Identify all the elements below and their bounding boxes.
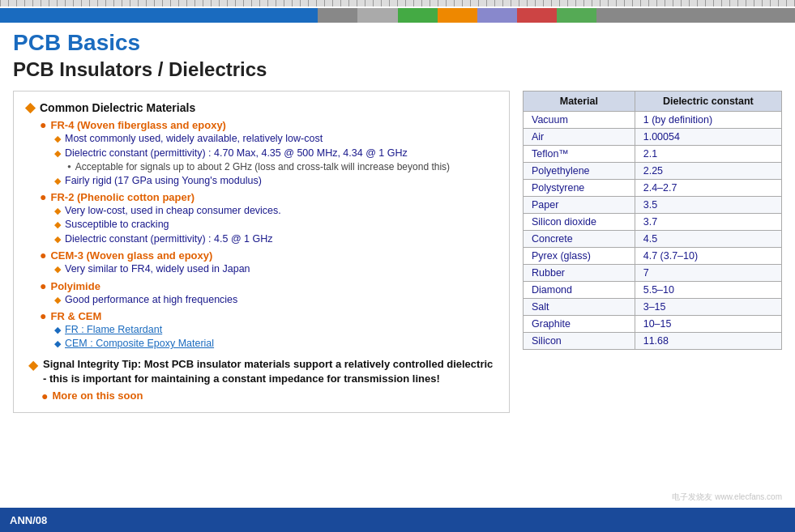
orange-circle-icon-fr2: ● bbox=[40, 191, 46, 202]
table-row: Air1.00054 bbox=[524, 129, 782, 146]
tip-box: ◆ Signal Integrity Tip: Most PCB insulat… bbox=[28, 357, 498, 386]
subsection-cem3-title: CEM-3 (Woven glass and epoxy) bbox=[50, 249, 212, 262]
tip-label: Signal Integrity Tip: bbox=[43, 358, 141, 370]
diamond-icon: ◆ bbox=[54, 233, 61, 245]
table-constant-cell: 2.1 bbox=[635, 146, 781, 163]
bottom-bar: ANN/08 bbox=[0, 508, 795, 532]
polyimide-bullet-1: ◆ Good performance at high frequencies bbox=[54, 294, 498, 306]
diamond-icon: ◆ bbox=[54, 294, 61, 306]
table-material-cell: Polystyrene bbox=[524, 180, 635, 197]
subsection-fr4: ● FR-4 (Woven fiberglass and epoxy) bbox=[40, 119, 498, 131]
subsection-fr2: ● FR-2 (Phenolic cotton paper) bbox=[40, 191, 498, 203]
table-row: Polyethylene2.25 bbox=[524, 163, 782, 180]
table-row: Concrete4.5 bbox=[524, 231, 782, 248]
main-content: ◆ Common Dielectric Materials ● FR-4 (Wo… bbox=[0, 84, 795, 419]
table-constant-cell: 10–15 bbox=[635, 316, 781, 333]
subsection-polyimide: ● Polyimide bbox=[40, 280, 498, 292]
table-material-cell: Teflon™ bbox=[524, 146, 635, 163]
table-row: Salt3–15 bbox=[524, 299, 782, 316]
table-row: Graphite10–15 bbox=[524, 316, 782, 333]
section-title: ◆ Common Dielectric Materials bbox=[25, 101, 498, 114]
dielectric-table: Material Dielectric constant Vacuum1 (by… bbox=[523, 91, 782, 350]
table-material-cell: Graphite bbox=[524, 316, 635, 333]
table-constant-cell: 5.5–10 bbox=[635, 282, 781, 299]
table-constant-cell: 1 (by definition) bbox=[635, 112, 781, 129]
table-material-cell: Silicon dioxide bbox=[524, 214, 635, 231]
table-constant-cell: 2.25 bbox=[635, 163, 781, 180]
table-constant-cell: 3.5 bbox=[635, 197, 781, 214]
subsection-fr2-title: FR-2 (Phenolic cotton paper) bbox=[50, 191, 194, 203]
tip-diamond-icon: ◆ bbox=[28, 357, 38, 372]
table-constant-cell: 3–15 bbox=[635, 299, 781, 316]
table-row: Silicon11.68 bbox=[524, 333, 782, 350]
top-color-bar bbox=[0, 8, 795, 23]
subsection-fr4-title: FR-4 (Woven fiberglass and epoxy) bbox=[50, 119, 225, 131]
fr4-bullet-1: ◆ Most commonly used, widely available, … bbox=[54, 133, 498, 145]
left-panel: ◆ Common Dielectric Materials ● FR-4 (Wo… bbox=[13, 91, 510, 413]
more-text: More on this soon bbox=[52, 389, 143, 402]
table-constant-cell: 1.00054 bbox=[635, 129, 781, 146]
table-constant-cell: 11.68 bbox=[635, 333, 781, 350]
subsection-cem3: ● CEM-3 (Woven glass and epoxy) bbox=[40, 249, 498, 262]
orange-circle-icon-fr4: ● bbox=[40, 119, 46, 130]
subsection-polyimide-title: Polyimide bbox=[50, 280, 100, 292]
fr4-bullet-3: ◆ Fairly rigid (17 GPa using Young's mod… bbox=[54, 175, 498, 187]
table-row: Vacuum1 (by definition) bbox=[524, 112, 782, 129]
table-material-cell: Pyrex (glass) bbox=[524, 248, 635, 265]
more-link: ● More on this soon bbox=[41, 389, 498, 402]
page-title-2: PCB Insulators / Dielectrics bbox=[13, 58, 782, 82]
table-constant-cell: 3.7 bbox=[635, 214, 781, 231]
blue-diamond-icon: ◆ bbox=[54, 338, 61, 350]
table-constant-cell: 2.4–2.7 bbox=[635, 180, 781, 197]
table-row: Teflon™2.1 bbox=[524, 146, 782, 163]
table-col2-header: Dielectric constant bbox=[635, 92, 781, 112]
table-material-cell: Paper bbox=[524, 197, 635, 214]
page-title-1: PCB Basics bbox=[13, 29, 782, 57]
ruler bbox=[0, 0, 795, 6]
circle-bullet-icon: ● bbox=[67, 161, 71, 172]
section-title-text: Common Dielectric Materials bbox=[40, 101, 195, 114]
table-constant-cell: 4.7 (3.7–10) bbox=[635, 248, 781, 265]
fr2-bullet-1: ◆ Very low-cost, used in cheap consumer … bbox=[54, 205, 498, 217]
subsection-fr-cem-title: FR & CEM bbox=[50, 310, 101, 322]
table-material-cell: Silicon bbox=[524, 333, 635, 350]
header: PCB Basics PCB Insulators / Dielectrics bbox=[0, 23, 795, 84]
orange-circle-icon-cem3: ● bbox=[40, 249, 46, 261]
subsection-fr-cem: ● FR & CEM bbox=[40, 310, 498, 322]
watermark: 电子发烧友 www.elecfans.com bbox=[672, 492, 782, 503]
table-material-cell: Polyethylene bbox=[524, 163, 635, 180]
fr-cem-link-2: ◆ CEM : Composite Epoxy Material bbox=[54, 338, 498, 350]
more-circle-icon: ● bbox=[41, 389, 48, 402]
diamond-icon: ◆ bbox=[54, 147, 61, 160]
right-panel: Material Dielectric constant Vacuum1 (by… bbox=[523, 91, 782, 413]
blue-diamond-icon: ◆ bbox=[54, 324, 61, 336]
diamond-icon: ◆ bbox=[54, 133, 61, 145]
table-material-cell: Concrete bbox=[524, 231, 635, 248]
orange-circle-icon-polyimide: ● bbox=[40, 280, 46, 292]
table-constant-cell: 4.5 bbox=[635, 231, 781, 248]
fr-cem-link-1: ◆ FR : Flame Retardant bbox=[54, 324, 498, 336]
diamond-icon: ◆ bbox=[54, 205, 61, 217]
orange-circle-icon-fr-cem: ● bbox=[40, 310, 46, 321]
diamond-icon: ◆ bbox=[54, 175, 61, 187]
table-col1-header: Material bbox=[524, 92, 635, 112]
table-row: Diamond5.5–10 bbox=[524, 282, 782, 299]
cem3-bullet-1: ◆ Very similar to FR4, widely used in Ja… bbox=[54, 263, 498, 275]
fr2-bullet-3: ◆ Dielectric constant (permittivity) : 4… bbox=[54, 233, 498, 245]
table-material-cell: Salt bbox=[524, 299, 635, 316]
tip-text: Signal Integrity Tip: Most PCB insulator… bbox=[43, 357, 498, 386]
table-row: Rubber7 bbox=[524, 265, 782, 282]
fr4-sub-bullet-1: ● Acceptable for signals up to about 2 G… bbox=[67, 161, 498, 172]
fr4-bullet-2: ◆ Dielectric constant (permittivity) : 4… bbox=[54, 147, 498, 160]
table-row: Polystyrene2.4–2.7 bbox=[524, 180, 782, 197]
diamond-icon: ◆ bbox=[54, 263, 61, 275]
fr2-bullet-2: ◆ Susceptible to cracking bbox=[54, 219, 498, 231]
table-material-cell: Air bbox=[524, 129, 635, 146]
orange-diamond-icon: ◆ bbox=[25, 101, 35, 114]
table-row: Paper3.5 bbox=[524, 197, 782, 214]
table-material-cell: Rubber bbox=[524, 265, 635, 282]
table-material-cell: Diamond bbox=[524, 282, 635, 299]
table-row: Pyrex (glass)4.7 (3.7–10) bbox=[524, 248, 782, 265]
table-material-cell: Vacuum bbox=[524, 112, 635, 129]
table-row: Silicon dioxide3.7 bbox=[524, 214, 782, 231]
